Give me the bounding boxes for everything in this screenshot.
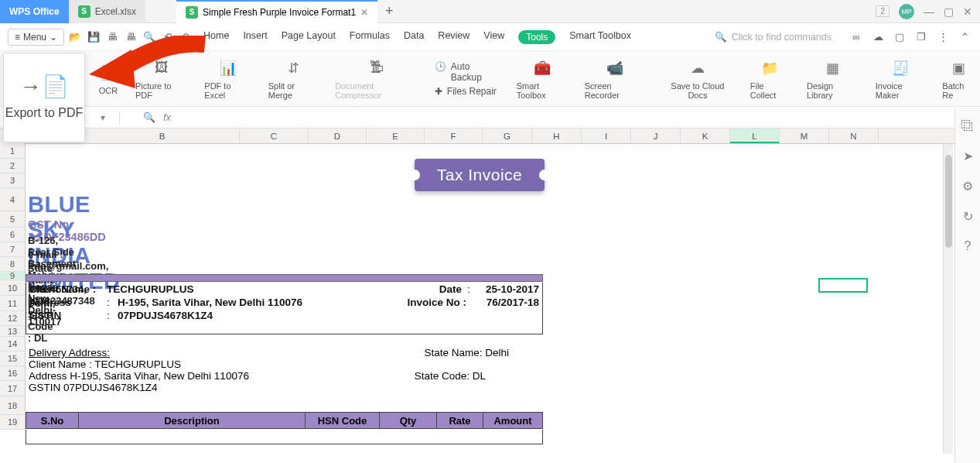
tab-label: Excel.xlsx	[95, 6, 136, 17]
chevron-down-icon: ⌄	[50, 32, 57, 43]
collapse-icon[interactable]: ⌃	[957, 29, 972, 45]
vertical-scrollbar[interactable]	[943, 144, 953, 454]
ribbon-split-merge[interactable]: ⇵Split or Merge	[268, 58, 319, 100]
column-header[interactable]: I	[582, 129, 631, 143]
menu-tabs: Home Insert Page Layout Formulas Data Re…	[203, 30, 631, 44]
tab-excel[interactable]: S Excel.xlsx	[69, 0, 145, 23]
ribbon-files-repair[interactable]: ✚Files Repair	[435, 86, 500, 97]
ribbon-save-cloud[interactable]: ☁Save to Cloud Docs	[662, 58, 733, 100]
avatar[interactable]: MP	[899, 4, 914, 19]
row-header[interactable]: 4	[0, 188, 25, 211]
column-header[interactable]: K	[681, 129, 730, 143]
row-headers: 12345678910111213141516171819	[0, 144, 26, 430]
share-icon[interactable]: ∞	[849, 29, 864, 45]
toolbox-icon: 🧰	[532, 58, 552, 78]
history-icon[interactable]: ↻	[963, 209, 973, 224]
row-header[interactable]: 17	[0, 381, 25, 396]
row-header[interactable]: 2	[0, 159, 25, 173]
row-header[interactable]: 11	[0, 296, 25, 311]
search-commands[interactable]: 🔍 Click to find commands	[715, 31, 831, 43]
row-header[interactable]: 8	[0, 257, 25, 272]
row-header[interactable]: 16	[0, 366, 25, 381]
ribbon-screen-recorder[interactable]: 📹Screen Recorder	[585, 58, 645, 100]
row-header[interactable]: 13	[0, 326, 25, 337]
row-header[interactable]: 6	[0, 228, 25, 242]
column-header[interactable]: J	[631, 129, 681, 143]
row-header[interactable]: 3	[0, 173, 25, 188]
box-icon[interactable]: ▢	[892, 29, 907, 45]
tab-data[interactable]: Data	[404, 30, 424, 44]
ribbon-file-collect[interactable]: 📁File Collect	[750, 58, 790, 100]
repair-icon: ✚	[435, 86, 442, 97]
row-header[interactable]: 10	[0, 280, 25, 296]
column-headers: ABCDEFGHIJKLMN	[26, 129, 980, 144]
tab-label: Simple Fresh Purple Invoice Format1	[203, 7, 356, 18]
split-merge-icon: ⇵	[283, 58, 303, 78]
column-header[interactable]: D	[309, 129, 367, 143]
selected-cell[interactable]	[818, 278, 868, 293]
library-icon: ▦	[822, 58, 842, 78]
tab-smart-toolbox[interactable]: Smart Toolbox	[569, 30, 631, 44]
client-info-box: Client Name :TECHGURUPLUSDate:25-10-2017…	[26, 283, 543, 334]
row-header[interactable]: 5	[0, 211, 25, 228]
new-tab-button[interactable]: +	[377, 3, 401, 19]
app-tab[interactable]: WPS Office	[0, 0, 69, 23]
sliders-icon[interactable]: ⚙	[962, 179, 973, 194]
row-header[interactable]: 14	[0, 337, 25, 352]
maximize-icon[interactable]: ▢	[944, 5, 954, 18]
row-header[interactable]: 18	[0, 396, 25, 415]
ribbon-smart-toolbox[interactable]: 🧰Smart Toolbox	[517, 58, 568, 100]
close-icon[interactable]: ✕	[963, 5, 972, 18]
ribbon-compressor: 🗜Document Compressor	[335, 58, 418, 100]
column-header[interactable]: H	[532, 129, 582, 143]
ribbon-auto-backup[interactable]: 🕒Auto Backup	[435, 61, 500, 83]
delivery-box: Delivery Address:State Name: Delhi Clien…	[26, 345, 543, 395]
fx-label: fx	[163, 111, 171, 123]
column-header[interactable]: G	[483, 129, 532, 143]
ribbon-design-library[interactable]: ▦Design Library	[807, 58, 859, 100]
export-pdf-button[interactable]: →📄 Export to PDF	[3, 53, 85, 142]
tab-formulas[interactable]: Formulas	[350, 30, 390, 44]
column-header[interactable]: M	[780, 129, 829, 143]
row-header[interactable]: 7	[0, 242, 25, 257]
tab-page-layout[interactable]: Page Layout	[282, 30, 336, 44]
tab-insert[interactable]: Insert	[243, 30, 267, 44]
separator-bar	[26, 274, 543, 282]
spreadsheet-icon: S	[78, 5, 90, 18]
panel-icon[interactable]: ⿻	[961, 119, 974, 133]
column-header[interactable]: F	[425, 129, 483, 143]
column-header[interactable]: B	[85, 129, 240, 143]
more-icon[interactable]: ⋮	[935, 29, 951, 45]
tab-invoice[interactable]: S Simple Fresh Purple Invoice Format1 ✕	[176, 0, 377, 23]
row-header[interactable]: 15	[0, 352, 25, 366]
cloud-icon[interactable]: ☁	[870, 29, 886, 45]
row-header[interactable]: 9	[0, 272, 25, 280]
window-icon[interactable]: ❐	[913, 29, 929, 45]
backup-icon: 🕒	[435, 61, 446, 83]
ribbon-batch[interactable]: ▣Batch Re	[942, 58, 975, 100]
zoom-icon[interactable]: 🔍	[143, 111, 155, 123]
row-header[interactable]: 12	[0, 311, 25, 326]
help-icon[interactable]: ?	[965, 239, 971, 253]
close-icon[interactable]: ✕	[360, 7, 368, 18]
counter-badge[interactable]: 2	[876, 5, 890, 17]
tab-view[interactable]: View	[483, 30, 504, 44]
tab-tools[interactable]: Tools	[518, 30, 555, 44]
svg-marker-0	[89, 50, 135, 88]
row-header[interactable]: 1	[0, 144, 25, 159]
batch-icon: ▣	[949, 58, 969, 78]
column-header[interactable]: N	[829, 129, 879, 143]
column-header[interactable]: C	[240, 129, 309, 143]
row-header[interactable]: 19	[0, 415, 25, 430]
tab-review[interactable]: Review	[438, 30, 470, 44]
column-header[interactable]: L	[730, 129, 780, 143]
menu-button[interactable]: ≡ Menu ⌄	[8, 29, 64, 46]
minimize-icon[interactable]: —	[924, 5, 934, 18]
tax-invoice-badge: Tax Invoice	[415, 159, 545, 191]
formula-bar: ▾ 🔍 fx	[0, 107, 980, 129]
table-row	[26, 430, 543, 444]
column-header[interactable]: E	[367, 129, 425, 143]
cursor-icon[interactable]: ➤	[963, 149, 973, 163]
spreadsheet-area[interactable]: Tax Invoice BLUE SKY INDIA LIMITED GST N…	[26, 144, 980, 430]
ribbon-invoice-maker[interactable]: 🧾Invoice Maker	[876, 58, 926, 100]
